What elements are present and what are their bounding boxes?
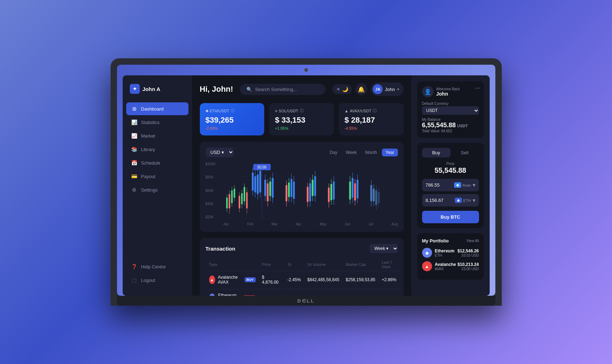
- portfolio-item-left: ◆ Ethereum ETH: [422, 248, 454, 258]
- svg-rect-23: [254, 176, 256, 192]
- tx-price: $ 4,876.00: [259, 271, 284, 288]
- svg-rect-95: [354, 183, 356, 200]
- dashboard-icon: ⊞: [131, 106, 138, 112]
- svg-rect-83: [330, 184, 332, 200]
- tab-month[interactable]: Month: [362, 149, 380, 156]
- ticker-label: ≡ SOL/USDT ⓘ: [275, 108, 328, 113]
- ticker-label: ▲ AVAX/USDT ⓘ: [345, 108, 398, 113]
- sidebar-username: John A: [143, 86, 160, 92]
- chevron-icon: ▾: [473, 197, 475, 204]
- svg-rect-65: [293, 182, 294, 199]
- chart-canvas: $100K $80K $60K $40K $20K: [206, 162, 398, 226]
- ticker-price: $ 33,153: [275, 116, 328, 125]
- ticker-label: ◆ ETH/USDT ⓘ: [206, 108, 259, 113]
- table-row[interactable]: ▲ Avalanche AVAX BUY $ 4,876.00 -2.45% $…: [206, 271, 399, 288]
- tab-week[interactable]: Week: [342, 149, 360, 156]
- tx-7d: +1.76%: [379, 289, 399, 296]
- page-greeting: Hi, John!: [200, 85, 233, 94]
- portfolio-card: My Portfolio View All ◆ Ethereum ETH: [417, 233, 484, 280]
- right-panel: ⋯ 👤 Welcome Back John Default Currency U…: [411, 75, 490, 296]
- coin-selector-1: ◆ Avax ▾: [454, 182, 475, 188]
- ticker-price: $ 28,187: [345, 116, 398, 125]
- theme-toggle[interactable]: ☀ 🌙: [332, 84, 352, 94]
- svg-rect-62: [291, 179, 292, 197]
- help-icon: ❓: [131, 264, 138, 269]
- price-label: Price: [422, 162, 479, 166]
- chart-xaxis: Jan Feb Mar Apr May Jun Jul Aug: [223, 222, 398, 226]
- camera-dot: [304, 68, 308, 72]
- avax-badge: ◆: [454, 182, 461, 188]
- view-all-button[interactable]: View All: [467, 239, 479, 243]
- sell-badge: SELL: [243, 295, 256, 296]
- library-icon: 📚: [131, 146, 138, 152]
- amount-input-1[interactable]: [426, 182, 454, 188]
- sidebar-item-statistics[interactable]: 📊 Statistics: [126, 116, 188, 129]
- bell-icon: 🔔: [358, 86, 365, 93]
- sidebar-item-logout[interactable]: ⬚ Logout: [126, 274, 188, 287]
- sidebar-item-label: Library: [141, 147, 155, 152]
- sidebar-item-help[interactable]: ❓ Help Centre: [126, 260, 188, 273]
- ticker-card-sol[interactable]: ≡ SOL/USDT ⓘ $ 33,153 +1.95%: [269, 103, 334, 135]
- tx-type-cell: ◆ Ethereum ETH SELL: [209, 293, 256, 296]
- svg-rect-11: [229, 194, 230, 208]
- notifications-button[interactable]: 🔔: [355, 83, 367, 95]
- transaction-title: Transaction: [206, 246, 235, 252]
- sidebar-item-payout[interactable]: 💳 Payout: [126, 170, 188, 183]
- ticker-change: -4.55%: [345, 126, 398, 130]
- svg-rect-50: [269, 182, 271, 196]
- currency-select[interactable]: USDT: [422, 106, 479, 115]
- profile-name: John: [436, 91, 460, 97]
- svg-rect-80: [328, 188, 329, 202]
- search-input[interactable]: [255, 87, 319, 92]
- sidebar-item-market[interactable]: 📈 Market: [126, 129, 188, 142]
- portfolio-title: My Portfolio: [422, 238, 449, 243]
- svg-rect-32: [239, 196, 240, 208]
- tab-day[interactable]: Day: [326, 149, 341, 156]
- ticker-change: +1.95%: [275, 126, 328, 130]
- chart-yaxis: $100K $80K $60K $40K $20K: [206, 162, 216, 219]
- svg-rect-8: [226, 198, 228, 208]
- sidebar-bottom: ❓ Help Centre ⬚ Logout: [123, 260, 192, 287]
- user-name: John: [385, 87, 395, 92]
- main-header: Hi, John! 🔍 ☀ 🌙 🔔: [200, 82, 404, 96]
- buysell-card: Buy Sell Price 55,545.88 ◆ Avax ▾: [417, 143, 484, 228]
- tab-sell[interactable]: Sell: [451, 148, 479, 157]
- buy-btc-button[interactable]: Buy BTC: [422, 211, 479, 223]
- svg-rect-41: [246, 192, 248, 208]
- ticker-card-eth[interactable]: ◆ ETH/USDT ⓘ $39,265 -2.65%: [200, 103, 265, 135]
- tab-buy[interactable]: Buy: [422, 148, 451, 157]
- svg-rect-77: [314, 176, 316, 196]
- laptop-brand-label: D∈LL: [297, 298, 314, 304]
- tab-year[interactable]: Year: [382, 149, 398, 156]
- schedule-icon: 📅: [131, 160, 138, 166]
- app-container: ✦ John A ⊞ Dashboard 📊 Statistics 📈 Mark…: [123, 75, 490, 296]
- portfolio-coin-name: Ethereum: [435, 248, 454, 253]
- portfolio-usd: 23.00 USD: [457, 267, 479, 271]
- laptop-shell: ✦ John A ⊞ Dashboard 📊 Statistics 📈 Mark…: [111, 58, 502, 306]
- candlestick-chart: $90,586: [223, 162, 398, 219]
- sidebar-item-settings[interactable]: ⚙ Settings: [126, 183, 188, 196]
- transaction-table: Type Price 1h 24 Volume Market Cap Last …: [206, 258, 400, 296]
- settings-icon: ⚙: [131, 187, 138, 193]
- sidebar-item-schedule[interactable]: 📅 Schedule: [126, 156, 188, 169]
- transaction-period-select[interactable]: Week ▾: [369, 244, 398, 253]
- svg-rect-20: [252, 173, 253, 191]
- sidebar-help-label: Help Centre: [141, 264, 166, 269]
- user-menu-button[interactable]: JA John ▾: [371, 82, 403, 96]
- tx-price: $3,074.65: [259, 289, 284, 296]
- sidebar-item-library[interactable]: 📚 Library: [126, 143, 188, 156]
- tx-7d: +2.86%: [379, 271, 399, 288]
- sidebar-logo: ✦ John A: [123, 84, 192, 102]
- coin-select-1[interactable]: Avax: [463, 183, 471, 187]
- sidebar-item-label: Dashboard: [141, 106, 164, 112]
- amount-input-2[interactable]: [426, 198, 454, 203]
- chart-currency-select[interactable]: USD ▾: [206, 148, 234, 157]
- ticker-card-avax[interactable]: ▲ AVAX/USDT ⓘ $ 28,187 -4.55%: [339, 103, 404, 135]
- search-bar[interactable]: 🔍: [240, 84, 325, 95]
- coin-select-2[interactable]: ETH: [463, 198, 471, 203]
- eth-coin-icon: ◆: [209, 294, 215, 296]
- sidebar-item-dashboard[interactable]: ⊞ Dashboard: [126, 102, 188, 115]
- table-row[interactable]: ◆ Ethereum ETH SELL $3,074.65 -0.85% $48…: [206, 289, 399, 296]
- amount-input-row-1: ◆ Avax ▾: [422, 179, 479, 191]
- profile-menu-button[interactable]: ⋯: [475, 85, 480, 91]
